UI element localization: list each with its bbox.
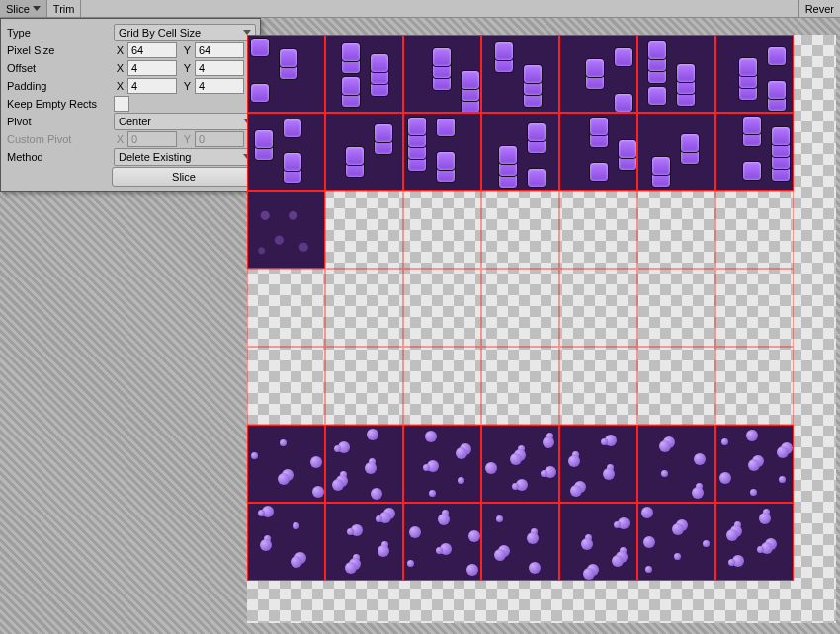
keep-empty-checkbox[interactable] [114, 96, 129, 112]
grid-cell[interactable] [325, 35, 403, 113]
pixel-size-y-input[interactable] [195, 42, 244, 58]
grid-cell[interactable] [481, 35, 559, 113]
tile-bubble [543, 436, 554, 448]
grid-cell[interactable] [559, 347, 637, 425]
grid-cell[interactable] [403, 347, 481, 425]
slice-panel: Type Grid By Cell Size Pixel Size X Y Of… [0, 18, 261, 192]
grid-cell[interactable] [247, 35, 325, 113]
padding-y-input[interactable] [195, 78, 244, 94]
grid-cell[interactable] [481, 347, 559, 425]
tile-bubble [485, 462, 497, 474]
grid-cell[interactable] [715, 191, 794, 269]
padding-x-input[interactable] [127, 78, 177, 94]
grid-cell[interactable] [559, 113, 637, 191]
tile-bubble [371, 488, 382, 500]
tile-bubble [429, 490, 436, 497]
tile-block [283, 119, 302, 138]
method-dropdown[interactable]: Delete Existing [114, 148, 256, 166]
grid-cell[interactable] [559, 35, 637, 113]
grid-cell[interactable] [637, 347, 715, 425]
grid-cell[interactable] [325, 503, 403, 581]
grid-cell[interactable] [481, 503, 559, 581]
offset-x-input[interactable] [127, 60, 177, 76]
grid-cell[interactable] [247, 113, 325, 191]
tile-bubble [407, 560, 414, 567]
tile-bubble [581, 538, 593, 550]
tile-bubble [436, 547, 443, 554]
grid-cell[interactable] [403, 113, 481, 191]
slice-menu-button[interactable]: Slice [0, 0, 47, 17]
tile-bubble [378, 545, 389, 557]
pixel-size-x-input[interactable] [127, 42, 177, 58]
grid-cell[interactable] [715, 503, 794, 581]
grid-cell[interactable] [247, 191, 325, 269]
grid-cell[interactable] [715, 269, 794, 347]
grid-cell[interactable] [637, 113, 715, 191]
grid-cell[interactable] [637, 35, 715, 113]
grid-cell[interactable] [715, 113, 794, 191]
type-dropdown[interactable]: Grid By Cell Size [114, 24, 256, 41]
trim-button[interactable]: Trim [47, 0, 82, 17]
grid-cell[interactable] [403, 503, 481, 581]
tile-bubble [643, 536, 655, 548]
tile-block [647, 86, 667, 106]
tile-bubble [541, 470, 547, 477]
slice-button[interactable]: Slice [112, 167, 256, 187]
grid-cell[interactable] [559, 191, 637, 269]
tile-bubble [750, 489, 757, 496]
grid-cell[interactable] [637, 503, 715, 581]
pivot-label: Pivot [5, 116, 114, 127]
grid-cell[interactable] [715, 35, 794, 113]
grid-cell[interactable] [325, 347, 403, 425]
tile-bubble [728, 559, 735, 566]
grid-cell[interactable] [481, 113, 559, 191]
grid-cell[interactable] [637, 269, 715, 347]
grid-cell[interactable] [325, 113, 403, 191]
grid-cell[interactable] [325, 191, 403, 269]
grid-cell[interactable] [247, 347, 325, 425]
grid-cell[interactable] [481, 191, 559, 269]
tile-block [436, 118, 456, 137]
tile-bubble [748, 459, 760, 471]
grid-cell[interactable] [559, 425, 637, 503]
grid-cell[interactable] [247, 503, 325, 581]
tile-bubble [376, 515, 382, 522]
grid-cell[interactable] [637, 191, 715, 269]
tile-block [742, 161, 762, 181]
custom-pivot-y-input [195, 131, 244, 147]
tile-bubble [334, 445, 341, 452]
grid-cell[interactable] [481, 425, 559, 503]
grid-cell[interactable] [481, 269, 559, 347]
revert-label: Rever [805, 3, 834, 15]
grid-cell[interactable] [247, 425, 325, 503]
tile-bubble [641, 507, 653, 518]
tile-bubble [291, 556, 302, 568]
tile-bubble [661, 470, 668, 477]
grid-cell[interactable] [637, 425, 715, 503]
grid-cell[interactable] [325, 425, 403, 503]
tile-bubble [612, 555, 624, 567]
tile-bubble [466, 564, 478, 576]
tile-bubble [260, 539, 272, 551]
grid-cell[interactable] [403, 191, 481, 269]
pivot-dropdown[interactable]: Center [114, 113, 256, 130]
grid-cell[interactable] [325, 269, 403, 347]
sprite-canvas[interactable] [247, 35, 836, 623]
revert-button[interactable]: Rever [798, 0, 840, 17]
grid-cell[interactable] [715, 425, 794, 503]
grid-cell[interactable] [715, 347, 794, 425]
tile-block [742, 116, 762, 135]
tile-block [589, 117, 609, 136]
x-label: X [114, 133, 124, 145]
tile-bubble [280, 439, 287, 446]
toolbar-spacer [81, 0, 798, 17]
grid-cell[interactable] [247, 269, 325, 347]
grid-cell[interactable] [403, 425, 481, 503]
grid-cell[interactable] [559, 503, 637, 581]
grid-cell[interactable] [559, 269, 637, 347]
grid-cell[interactable] [403, 35, 481, 113]
y-label: Y [181, 133, 191, 145]
tile-bubble [468, 530, 480, 542]
grid-cell[interactable] [403, 269, 481, 347]
offset-y-input[interactable] [195, 60, 244, 76]
